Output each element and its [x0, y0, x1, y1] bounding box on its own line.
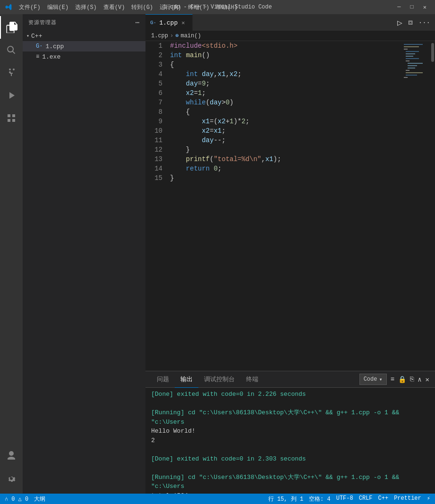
breadcrumb-file[interactable]: 1.cpp	[151, 33, 168, 39]
status-line-col[interactable]: 行 15, 列 1	[268, 495, 303, 503]
breadcrumb-symbol[interactable]: main()	[180, 33, 201, 39]
tab-toolbar-wrapper: G· 1.cpp ✕ ▷ ⧈ ···	[145, 14, 435, 31]
code-line-6: x2=1;	[170, 88, 402, 98]
token: )	[230, 98, 233, 107]
token: (	[206, 98, 210, 107]
breadcrumb: 1.cpp › ⊕ main()	[145, 31, 435, 41]
sidebar: 资源管理器 ⋯ ▾ C++ G· 1.cpp ≡ 1.exe	[23, 14, 145, 494]
vertical-scrollbar[interactable]	[430, 41, 435, 371]
status-language[interactable]: C++	[378, 495, 389, 503]
panel-tab-terminal[interactable]: 终端	[240, 371, 264, 388]
token	[170, 136, 202, 145]
code-line-3: {	[170, 60, 402, 69]
run-code-icon[interactable]: ▷	[397, 17, 402, 28]
token: while	[186, 98, 206, 107]
code-line-10: x2=x1;	[170, 126, 402, 136]
token: (	[210, 154, 213, 164]
code-line-15: }	[170, 173, 402, 183]
activity-item-scm[interactable]	[0, 61, 23, 84]
code-line-12: }	[170, 145, 402, 154]
status-outline[interactable]: 大纲	[34, 495, 45, 503]
sidebar-item-1cpp[interactable]: G· 1.cpp	[23, 41, 145, 51]
titlebar: 文件(F) 编辑(E) 选择(S) 查看(V) 转到(G) 运行(R) 终端(T…	[0, 0, 435, 14]
token: x2	[186, 88, 194, 98]
terminal-line-5: 2	[151, 436, 429, 445]
token: 0	[226, 98, 230, 107]
activity-item-explorer[interactable]	[0, 16, 23, 39]
status-spaces[interactable]: 空格: 4	[309, 495, 331, 503]
svg-rect-4	[406, 51, 419, 52]
token	[210, 164, 213, 173]
menu-edit[interactable]: 编辑(E)	[44, 2, 72, 12]
menu-select[interactable]: 选择(S)	[72, 2, 100, 12]
panel-copy-icon[interactable]: ⎘	[410, 376, 414, 383]
panel-tab-output[interactable]: 输出	[175, 371, 198, 388]
token: day	[210, 98, 222, 107]
token: x2	[202, 126, 210, 136]
panel-tab-debug[interactable]: 调试控制台	[198, 371, 240, 388]
menu-view[interactable]: 查看(V)	[101, 2, 128, 12]
token: =(	[210, 117, 218, 126]
minimize-button[interactable]: ─	[393, 3, 404, 12]
panel-tab-problems[interactable]: 问题	[151, 371, 175, 388]
panel-tab-actions: Code ▾ ≡ 🔒 ⎘ ∧ ✕	[359, 374, 429, 385]
more-actions-icon[interactable]: ···	[418, 19, 430, 26]
activity-item-search[interactable]	[0, 39, 23, 61]
sidebar-title: 资源管理器	[28, 19, 56, 26]
new-file-icon[interactable]: ⋯	[136, 18, 140, 26]
menu-goto[interactable]: 转到(G)	[128, 2, 156, 12]
token: ,	[213, 69, 217, 79]
code-container[interactable]: 12345 678910 1112131415 #include<stdio.h…	[145, 41, 435, 371]
code-line-2: int main()	[170, 51, 402, 60]
svg-rect-0	[402, 41, 430, 183]
panel-lock-icon[interactable]: 🔒	[398, 376, 406, 384]
token: #include	[170, 41, 202, 51]
activity-item-extensions[interactable]	[0, 107, 23, 129]
panel-collapse-icon[interactable]: ∧	[418, 376, 421, 384]
minimap-svg	[402, 41, 430, 183]
token: ;	[246, 117, 249, 126]
sidebar-header-icons[interactable]: ⋯	[136, 18, 140, 26]
status-eol[interactable]: CRLF	[359, 495, 373, 503]
scrollbar-thumb[interactable]	[431, 43, 434, 62]
code-line-7: while(day>0)	[170, 98, 402, 107]
svg-rect-14	[406, 75, 417, 76]
titlebar-controls[interactable]: ─ □ ✕	[393, 3, 430, 12]
breadcrumb-sep1: ›	[170, 33, 173, 39]
token: x1	[218, 69, 226, 79]
settings-icon	[6, 473, 17, 484]
activity-item-settings[interactable]	[0, 467, 23, 490]
terminal-line-2	[151, 399, 429, 409]
terminal-line-9: [Running] cd "c:\Users\86138\Desktop\大学\…	[151, 473, 429, 491]
token: >	[222, 98, 225, 107]
terminal-line-8	[151, 463, 429, 473]
terminal-line-3: [Running] cd "c:\Users\86138\Desktop\大学\…	[151, 408, 429, 427]
editor-area[interactable]: 12345 678910 1112131415 #include<stdio.h…	[145, 41, 435, 371]
file-exe-icon: ≡	[36, 53, 39, 60]
maximize-button[interactable]: □	[407, 3, 418, 12]
code-line-11: day--;	[170, 136, 402, 145]
panel-dropdown[interactable]: Code ▾	[359, 374, 387, 385]
status-encoding[interactable]: UTF-8	[336, 495, 353, 503]
code-lines: #include<stdio.h> int main() { int day,x…	[168, 41, 402, 371]
status-lightning-icon[interactable]: ⚡	[427, 495, 430, 503]
split-editor-icon[interactable]: ⧈	[408, 18, 413, 27]
sidebar-item-1exe[interactable]: ≡ 1.exe	[23, 51, 145, 62]
token: {	[170, 107, 190, 117]
activity-item-accounts[interactable]	[0, 444, 23, 467]
sidebar-section: ▾ C++ G· 1.cpp ≡ 1.exe	[23, 31, 145, 62]
menu-file[interactable]: 文件(F)	[16, 2, 43, 12]
panel-list-icon[interactable]: ≡	[391, 376, 394, 383]
token: day	[186, 79, 198, 88]
panel-close-icon[interactable]: ✕	[426, 376, 429, 384]
status-prettier[interactable]: Prettier	[394, 495, 421, 503]
tab-1cpp[interactable]: G· 1.cpp ✕	[145, 14, 193, 31]
close-button[interactable]: ✕	[419, 3, 430, 12]
editor-toolbar: ▷ ⧈ ···	[392, 14, 435, 31]
status-errors-warnings[interactable]: ⑃ 0 △ 0	[5, 495, 28, 503]
activity-item-run[interactable]	[0, 84, 23, 107]
sidebar-folder-cpp[interactable]: ▾ C++	[23, 31, 145, 41]
token: main	[186, 51, 202, 60]
tab-close-button[interactable]: ✕	[180, 18, 186, 27]
token: 0	[213, 164, 217, 173]
